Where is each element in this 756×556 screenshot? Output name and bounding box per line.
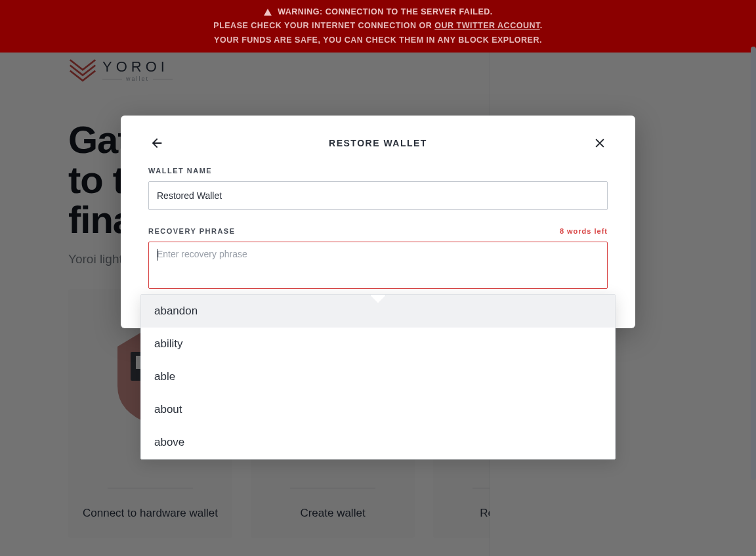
autocomplete-option[interactable]: above [141, 426, 615, 459]
autocomplete-option[interactable]: able [141, 360, 615, 393]
recovery-phrase-input[interactable]: Enter recovery phrase [148, 242, 608, 289]
warning-line2a: PLEASE CHECK YOUR INTERNET CONNECTION OR [213, 21, 434, 30]
recovery-phrase-group: RECOVERY PHRASE 8 words left Enter recov… [148, 227, 608, 289]
warning-line1: WARNING: CONNECTION TO THE SERVER FAILED… [278, 5, 493, 19]
autocomplete-option[interactable]: about [141, 393, 615, 426]
words-left-counter: 8 words left [560, 227, 608, 235]
recovery-phrase-label: RECOVERY PHRASE [148, 227, 236, 235]
modal-title: RESTORE WALLET [329, 138, 427, 148]
warning-icon [263, 8, 272, 17]
wallet-name-group: WALLET NAME [148, 167, 608, 210]
autocomplete-option[interactable]: ability [141, 328, 615, 360]
twitter-link[interactable]: OUR TWITTER ACCOUNT [434, 21, 539, 30]
recovery-word-autocomplete: abandon ability able about above [140, 294, 616, 460]
wallet-name-label: WALLET NAME [148, 167, 212, 175]
scrollbar[interactable] [751, 47, 756, 480]
arrow-left-icon [150, 137, 163, 150]
warning-line2b: . [540, 21, 543, 30]
recovery-phrase-placeholder: Enter recovery phrase [157, 249, 247, 259]
warning-line3: YOUR FUNDS ARE SAFE, YOU CAN CHECK THEM … [214, 33, 542, 47]
autocomplete-option[interactable]: abandon [141, 295, 615, 328]
close-icon [593, 137, 606, 150]
warning-banner: WARNING: CONNECTION TO THE SERVER FAILED… [0, 0, 756, 53]
close-button[interactable] [592, 135, 608, 151]
back-button[interactable] [148, 135, 164, 151]
wallet-name-input[interactable] [148, 181, 608, 210]
